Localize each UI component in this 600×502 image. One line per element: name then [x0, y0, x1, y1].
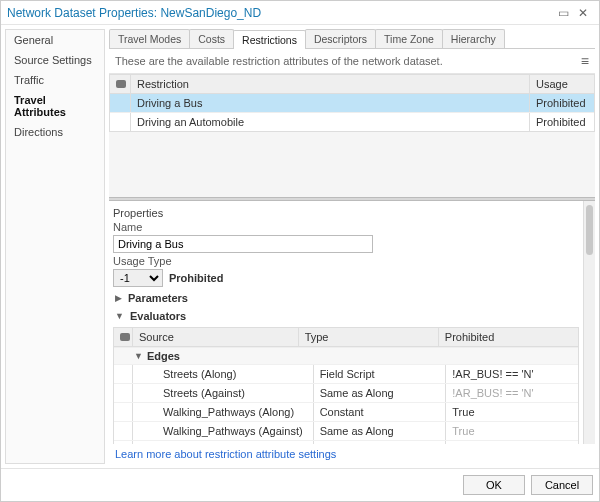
eval-header-type[interactable]: Type	[298, 328, 438, 346]
main-panel: Travel ModesCostsRestrictionsDescriptors…	[109, 29, 595, 464]
menu-icon[interactable]: ≡	[581, 53, 589, 69]
parameters-expander[interactable]: ▶ Parameters	[113, 289, 579, 307]
tab-strip: Travel ModesCostsRestrictionsDescriptors…	[109, 29, 595, 49]
eval-header-prohibited[interactable]: Prohibited	[438, 328, 578, 346]
evaluator-source: Walking_Pathways (Along)	[132, 403, 313, 421]
restrictions-empty-area	[109, 132, 595, 197]
restriction-name: Driving an Automobile	[130, 113, 529, 131]
tab-costs[interactable]: Costs	[189, 29, 234, 48]
row-icon-cell	[114, 384, 132, 402]
close-icon[interactable]: ✕	[573, 6, 593, 20]
row-icon-cell	[114, 422, 132, 440]
evaluators-header-row: Source Type Prohibited	[114, 328, 578, 347]
restriction-row[interactable]: Driving an AutomobileProhibited	[110, 112, 594, 131]
evaluators-label: Evaluators	[130, 310, 186, 322]
scrollbar-thumb[interactable]	[586, 205, 593, 255]
evaluator-prohibited: !AR_BUS! == 'N'	[445, 384, 578, 402]
evaluator-prohibited: True	[445, 422, 578, 440]
evaluator-source: Walking_Pathways (Against)	[132, 422, 313, 440]
usage-type-text: Prohibited	[169, 272, 223, 284]
evaluator-type: Constant	[313, 403, 446, 421]
properties-scrollbar[interactable]	[583, 201, 595, 444]
tab-restrictions[interactable]: Restrictions	[233, 30, 306, 49]
header-icon-cell	[110, 75, 130, 93]
evaluators-expander[interactable]: ▼ Evaluators	[113, 307, 579, 325]
evaluator-group-edges[interactable]: ▼Edges	[114, 347, 578, 364]
evaluator-row[interactable]: Walking_Pathways (Along)ConstantTrue	[114, 402, 578, 421]
tab-time-zone[interactable]: Time Zone	[375, 29, 443, 48]
sidebar-item-travel-attributes[interactable]: Travel Attributes	[6, 90, 104, 122]
evaluator-source: Streets (Along)	[132, 365, 313, 383]
tab-descriptors[interactable]: Descriptors	[305, 29, 376, 48]
sidebar-item-directions[interactable]: Directions	[6, 122, 104, 142]
tab-travel-modes[interactable]: Travel Modes	[109, 29, 190, 48]
eval-header-source[interactable]: Source	[132, 328, 298, 346]
header-restriction[interactable]: Restriction	[130, 75, 529, 93]
usage-type-select[interactable]: -1	[113, 269, 163, 287]
dialog-footer: OK Cancel	[1, 468, 599, 501]
chevron-right-icon: ▶	[115, 293, 122, 303]
evaluator-prohibited: True	[445, 403, 578, 421]
row-icon-cell	[114, 403, 132, 421]
dialog-body: GeneralSource SettingsTrafficTravel Attr…	[1, 25, 599, 468]
chevron-down-icon: ▼	[134, 351, 143, 361]
ok-button[interactable]: OK	[463, 475, 525, 495]
comment-icon	[120, 333, 130, 341]
eval-header-icon	[114, 328, 132, 346]
minimize-icon[interactable]: ▭	[553, 6, 573, 20]
evaluator-type: Field Script	[313, 365, 446, 383]
title-bar: Network Dataset Properties: NewSanDiego_…	[1, 1, 599, 25]
group-label: Edges	[147, 350, 180, 362]
name-label: Name	[113, 221, 579, 233]
sidebar-item-general[interactable]: General	[6, 30, 104, 50]
sidebar: GeneralSource SettingsTrafficTravel Attr…	[5, 29, 105, 464]
row-icon-cell	[114, 365, 132, 383]
tab-description-row: These are the available restriction attr…	[109, 49, 595, 74]
chevron-down-icon: ▼	[115, 311, 124, 321]
dialog-window: Network Dataset Properties: NewSanDiego_…	[0, 0, 600, 502]
evaluator-prohibited: !AR_BUS! == 'N'	[445, 365, 578, 383]
name-input[interactable]	[113, 235, 373, 253]
evaluator-row[interactable]: Streets (Along)Field Script!AR_BUS! == '…	[114, 364, 578, 383]
window-title: Network Dataset Properties: NewSanDiego_…	[7, 6, 553, 20]
header-usage[interactable]: Usage	[529, 75, 594, 93]
tab-description-text: These are the available restriction attr…	[115, 55, 443, 67]
evaluator-row[interactable]: Streets (Against)Same as Along!AR_BUS! =…	[114, 383, 578, 402]
row-icon-cell	[110, 94, 130, 112]
restrictions-table: Restriction Usage Driving a BusProhibite…	[109, 74, 595, 132]
cancel-button[interactable]: Cancel	[531, 475, 593, 495]
sidebar-item-source-settings[interactable]: Source Settings	[6, 50, 104, 70]
comment-icon	[116, 80, 126, 88]
restriction-row[interactable]: Driving a BusProhibited	[110, 94, 594, 112]
evaluator-source: Streets (Against)	[132, 384, 313, 402]
restriction-name: Driving a Bus	[130, 94, 529, 112]
restrictions-header-row: Restriction Usage	[110, 75, 594, 94]
properties-scroll: Properties Name Usage Type -1 Prohibited…	[109, 201, 583, 444]
evaluator-type: Same as Along	[313, 422, 446, 440]
evaluator-type: Same as Along	[313, 384, 446, 402]
learn-more-link[interactable]: Learn more about restriction attribute s…	[109, 444, 595, 464]
parameters-label: Parameters	[128, 292, 188, 304]
row-icon-cell	[110, 113, 130, 131]
restriction-usage: Prohibited	[529, 113, 594, 131]
properties-heading: Properties	[113, 207, 579, 219]
properties-area: Properties Name Usage Type -1 Prohibited…	[109, 201, 595, 444]
evaluator-row[interactable]: Walking_Pathways (Against)Same as AlongT…	[114, 421, 578, 440]
sidebar-item-traffic[interactable]: Traffic	[6, 70, 104, 90]
restriction-usage: Prohibited	[529, 94, 594, 112]
evaluators-table: Source Type Prohibited ▼EdgesStreets (Al…	[113, 327, 579, 444]
tab-hierarchy[interactable]: Hierarchy	[442, 29, 505, 48]
usage-type-label: Usage Type	[113, 255, 579, 267]
